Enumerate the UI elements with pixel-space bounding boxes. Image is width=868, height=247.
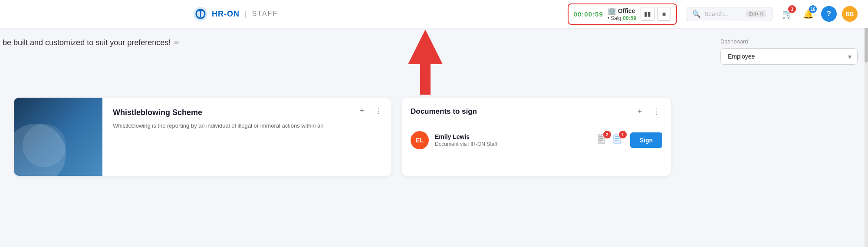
scrollbar[interactable] [865, 28, 868, 247]
card-title: Whistleblowing Scheme [113, 108, 381, 117]
sign-button[interactable]: Sign [630, 132, 662, 148]
doc-badge-1: 2 [603, 131, 611, 138]
avatar-initials: BB [846, 11, 854, 17]
office-label: 🏢 Office [608, 7, 635, 15]
doc-icon-2: 1 [612, 133, 624, 147]
up-arrow-icon [408, 30, 443, 99]
timer-office-info: 🏢 Office • Salg 00:59 [608, 7, 636, 21]
card-actions: + ⋮ [356, 105, 385, 117]
doc-person-name: Emily Lewis [435, 133, 590, 140]
thumb-circle-2 [23, 124, 66, 167]
emily-lewis-avatar: EL [411, 131, 429, 149]
card-menu-button[interactable]: ⋮ [372, 105, 385, 117]
dashboard-label: Dashboard [720, 38, 858, 45]
cards-row: + ⋮ Whistleblowing Scheme Whistleblowing… [14, 98, 707, 176]
scrollbar-thumb [865, 28, 868, 63]
welcome-text-content: can be built and customized to suit your… [0, 38, 171, 47]
timer-sub-info: • Salg 00:59 [608, 15, 636, 21]
cart-badge: 3 [788, 5, 796, 13]
timer-controls: ▮▮ ■ [641, 7, 671, 21]
doc-badge-2: 1 [619, 131, 627, 138]
user-avatar-button[interactable]: BB [842, 6, 858, 22]
search-icon: 🔍 [692, 10, 701, 18]
timer-widget: 00:00:59 🏢 Office • Salg 00:59 ▮▮ ■ [568, 3, 677, 25]
arrow-annotation [408, 30, 443, 101]
question-mark-icon: ? [827, 10, 831, 18]
timer-pause-button[interactable]: ▮▮ [641, 7, 654, 21]
search-shortcut-badge: Ctrl+ K [746, 10, 766, 17]
svg-marker-5 [408, 30, 443, 64]
documents-card-header: Documents to sign + ⋮ [402, 98, 671, 124]
doc-icons-group: 2 1 [596, 133, 624, 147]
logo-bold-text: HR-ON [212, 10, 240, 18]
dashboard-select[interactable]: Employee Manager Admin [720, 48, 858, 65]
help-button[interactable]: ? [821, 6, 837, 22]
bell-badge: 16 [809, 5, 817, 13]
whistleblowing-card: + ⋮ Whistleblowing Scheme Whistleblowing… [14, 98, 391, 176]
search-bar[interactable]: 🔍 Search... Ctrl+ K [686, 7, 773, 21]
right-panel: Dashboard Employee Manager Admin ▾ [720, 28, 868, 247]
dashboard-select-wrapper: Employee Manager Admin ▾ [720, 48, 858, 65]
timer-sub-label: • Salg [608, 15, 621, 21]
notification-bell-button[interactable]: 🔔 16 [800, 6, 816, 22]
card-thumbnail [14, 98, 102, 176]
welcome-message: can be built and customized to suit your… [0, 38, 707, 47]
documents-header-actions: + ⋮ [634, 105, 662, 118]
logo-brand: HR-ON [212, 10, 240, 19]
doc-icon-1: 2 [596, 133, 608, 147]
doc-info: Emily Lewis Document via HR-ON Staff [435, 133, 590, 147]
documents-card: Documents to sign + ⋮ EL Emily Lewis Doc… [402, 98, 671, 176]
office-building-icon: 🏢 [608, 7, 616, 15]
documents-add-button[interactable]: + [634, 105, 646, 118]
logo-divider: | [245, 10, 247, 19]
logo-product-text: STAFF [252, 10, 278, 18]
doc-sub-text: Document via HR-ON Staff [435, 141, 590, 147]
card-add-button[interactable]: + [356, 105, 368, 117]
cart-icon-button[interactable]: 🛒 3 [779, 6, 795, 22]
sign-btn-label: Sign [640, 137, 653, 144]
documents-title: Documents to sign [411, 107, 477, 116]
document-item: EL Emily Lewis Document via HR-ON Staff [402, 124, 671, 156]
hron-logo-icon [193, 6, 208, 22]
edit-pencil-icon[interactable]: ✏ [174, 39, 180, 47]
documents-menu-button[interactable]: ⋮ [650, 105, 662, 118]
timer-elapsed: 00:00:59 [574, 10, 603, 18]
card-description: Whistleblowing is the reporting by an in… [113, 122, 381, 131]
center-panel: can be built and customized to suit your… [0, 28, 720, 247]
search-placeholder-text: Search... [704, 10, 743, 17]
logo-area: HR-ON | STAFF [193, 6, 278, 22]
timer-stop-button[interactable]: ■ [657, 7, 671, 21]
card-body: + ⋮ Whistleblowing Scheme Whistleblowing… [102, 98, 391, 176]
header: HR-ON | STAFF 00:00:59 🏢 Office • Salg 0… [0, 0, 868, 28]
pause-icon: ▮▮ [644, 10, 651, 17]
stop-icon: ■ [662, 10, 666, 17]
header-icons: 🛒 3 🔔 16 ? BB [779, 6, 858, 22]
timer-sub-time: 00:59 [623, 15, 636, 21]
